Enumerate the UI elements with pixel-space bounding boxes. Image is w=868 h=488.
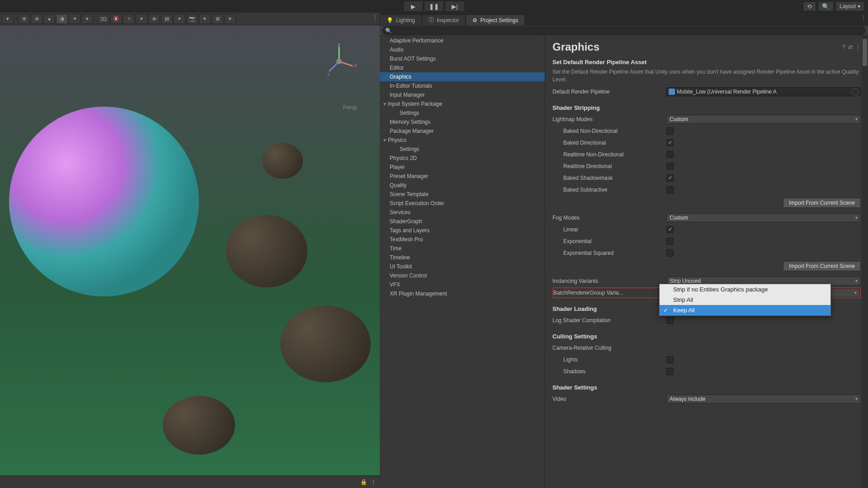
mode-2d-toggle[interactable]: 2D — [98, 14, 109, 24]
sidebar-item-xr-plugin-management[interactable]: XR Plugin Management — [380, 289, 545, 298]
sidebar-item-input-manager[interactable]: Input Manager — [380, 90, 545, 99]
debug-draw-menu[interactable]: ▾ — [81, 14, 93, 24]
tool-dropdown[interactable]: ▾ — [2, 14, 14, 24]
search-global-button[interactable]: 🔍 — [818, 1, 834, 11]
fog-exp-checkbox[interactable] — [666, 238, 674, 245]
settings-search-row: 🔍 — [380, 25, 868, 36]
baked-dir-checkbox[interactable]: ✓ — [666, 139, 674, 146]
asteroid-object[interactable] — [163, 396, 235, 455]
baked-non-dir-checkbox[interactable] — [666, 127, 674, 135]
asset-name: Mobile_Low (Universal Render Pipeline A — [677, 89, 777, 95]
culling-lights-checkbox[interactable] — [666, 356, 674, 363]
tab-overflow-menu[interactable]: ⋮ — [861, 14, 866, 21]
gizmos-toggle[interactable]: ⊞ — [212, 14, 223, 24]
layout-dropdown[interactable]: Layout ▾ — [835, 1, 864, 11]
scene-viewport[interactable]: y x z Persp — [0, 25, 380, 475]
sidebar-item-input-system-package[interactable]: ▾Input System Package — [380, 99, 545, 108]
dropdown-option[interactable]: Strip All — [660, 295, 830, 305]
sidebar-item-textmesh-pro[interactable]: TextMesh Pro — [380, 235, 545, 244]
planet-object[interactable] — [9, 107, 199, 296]
realtime-dir-checkbox[interactable] — [666, 163, 674, 170]
sidebar-item-script-execution-order[interactable]: Script Execution Order — [380, 199, 545, 208]
sidebar-item-ui-toolkit[interactable]: UI Toolkit — [380, 262, 545, 271]
sidebar-item-settings[interactable]: Settings — [380, 145, 545, 154]
layers-menu[interactable]: ▾ — [174, 14, 185, 24]
settings-category-list[interactable]: Adaptive PerformanceAudioBurst AOT Setti… — [380, 36, 545, 488]
audio-toggle[interactable]: 🔇 — [110, 14, 122, 24]
sidebar-item-services[interactable]: Services — [380, 208, 545, 217]
culling-shadows-checkbox[interactable] — [666, 368, 674, 375]
baked-subtractive-checkbox[interactable] — [666, 186, 674, 193]
tab-lighting[interactable]: 💡 Lighting — [380, 14, 422, 25]
help-icon[interactable]: ? — [842, 44, 845, 50]
import-fog-button[interactable]: Import From Current Scene — [783, 261, 861, 271]
lightmap-modes-dropdown[interactable]: Custom ▾ — [666, 115, 861, 124]
content-scrollbar[interactable] — [862, 36, 868, 488]
sidebar-item-timeline[interactable]: Timeline — [380, 253, 545, 262]
lock-icon[interactable]: 🔒 — [360, 479, 367, 485]
sidebar-item-adaptive-performance[interactable]: Adaptive Performance — [380, 36, 545, 45]
sidebar-item-quality[interactable]: Quality — [380, 181, 545, 190]
sidebar-item-tags-and-layers[interactable]: Tags and Layers — [380, 226, 545, 235]
fog-modes-dropdown[interactable]: Custom ▾ — [666, 213, 861, 222]
sidebar-item-vfx[interactable]: VFX — [380, 280, 545, 289]
tab-project-settings[interactable]: ⚙ Project Settings — [466, 14, 525, 25]
gizmos-menu[interactable]: ▾ — [224, 14, 236, 24]
default-pipeline-field[interactable]: Mobile_Low (Universal Render Pipeline A — [666, 87, 861, 96]
sidebar-item-package-manager[interactable]: Package Manager — [380, 127, 545, 136]
undo-history-button[interactable]: ⟲ — [803, 1, 816, 11]
projection-label[interactable]: Persp — [343, 104, 357, 111]
asteroid-object[interactable] — [226, 215, 307, 287]
log-shader-comp-checkbox[interactable] — [666, 317, 674, 324]
sidebar-item-burst-aot-settings[interactable]: Burst AOT Settings — [380, 54, 545, 63]
fog-exp2-checkbox[interactable] — [666, 249, 674, 257]
sidebar-item-audio[interactable]: Audio — [380, 45, 545, 54]
dropdown-option[interactable]: Keep All — [660, 305, 830, 315]
sidebar-item-graphics[interactable]: Graphics — [380, 72, 545, 81]
play-button[interactable]: ▶ — [403, 1, 423, 12]
viewport-overflow-menu[interactable]: ⋮ — [373, 14, 378, 21]
sidebar-item-in-editor-tutorials[interactable]: In-Editor Tutorials — [380, 81, 545, 90]
scrollbar-thumb[interactable] — [863, 39, 867, 66]
camera-toggle[interactable]: 📷 — [186, 14, 198, 24]
camera-menu[interactable]: ▾ — [199, 14, 211, 24]
sidebar-item-memory-settings[interactable]: Memory Settings — [380, 117, 545, 127]
orientation-gizmo[interactable]: y x z — [321, 43, 357, 80]
step-button[interactable]: ▶| — [445, 1, 465, 12]
baked-shadowmask-checkbox[interactable]: ✓ — [666, 174, 674, 182]
sidebar-item-physics[interactable]: ▾Physics — [380, 136, 545, 145]
sidebar-item-version-control[interactable]: Version Control — [380, 271, 545, 280]
sidebar-item-time[interactable]: Time — [380, 244, 545, 253]
baked-subtractive-label: Baked Subtractive — [552, 187, 666, 193]
sidebar-item-scene-template[interactable]: Scene Template — [380, 190, 545, 199]
shading-mode-other[interactable]: ● — [43, 14, 55, 24]
asteroid-object[interactable] — [262, 143, 303, 179]
dropdown-option[interactable]: Strip if no Entities Graphics package — [660, 284, 830, 295]
shading-mode-shaded[interactable]: ⊗ — [31, 14, 42, 24]
fog-linear-checkbox[interactable]: ✓ — [666, 226, 674, 233]
shading-mode-skybox[interactable]: ◑ — [56, 14, 68, 24]
video-dropdown[interactable]: Always include ▾ — [666, 394, 861, 404]
sidebar-item-preset-manager[interactable]: Preset Manager — [380, 172, 545, 181]
debug-draw-toggle[interactable]: ✶ — [69, 14, 80, 24]
fx-menu[interactable]: ▾ — [136, 14, 147, 24]
layers-toggle[interactable]: ▤ — [161, 14, 173, 24]
content-menu-icon[interactable]: ⋮ — [855, 44, 861, 50]
object-picker-icon[interactable] — [851, 88, 859, 95]
hidden-toggle[interactable]: 👁 — [148, 14, 160, 24]
preset-icon[interactable]: ⇄ — [848, 44, 853, 50]
sidebar-item-shadergraph[interactable]: ShaderGraph — [380, 217, 545, 226]
viewport-footer-menu[interactable]: ⋮ — [371, 479, 376, 485]
import-lightmap-button[interactable]: Import From Current Scene — [783, 198, 861, 208]
settings-search-input[interactable] — [382, 27, 865, 35]
shading-mode-wireframe[interactable]: ⊕ — [18, 14, 30, 24]
sidebar-item-editor[interactable]: Editor — [380, 63, 545, 72]
sidebar-item-physics-2d[interactable]: Physics 2D — [380, 154, 545, 163]
fx-toggle[interactable]: ✧ — [123, 14, 135, 24]
asteroid-object[interactable] — [280, 305, 371, 382]
tab-inspector[interactable]: ⓘ Inspector — [422, 14, 466, 25]
sidebar-item-player[interactable]: Player — [380, 163, 545, 172]
pause-button[interactable]: ❚❚ — [424, 1, 444, 12]
realtime-non-dir-checkbox[interactable] — [666, 151, 674, 158]
sidebar-item-settings[interactable]: Settings — [380, 108, 545, 117]
